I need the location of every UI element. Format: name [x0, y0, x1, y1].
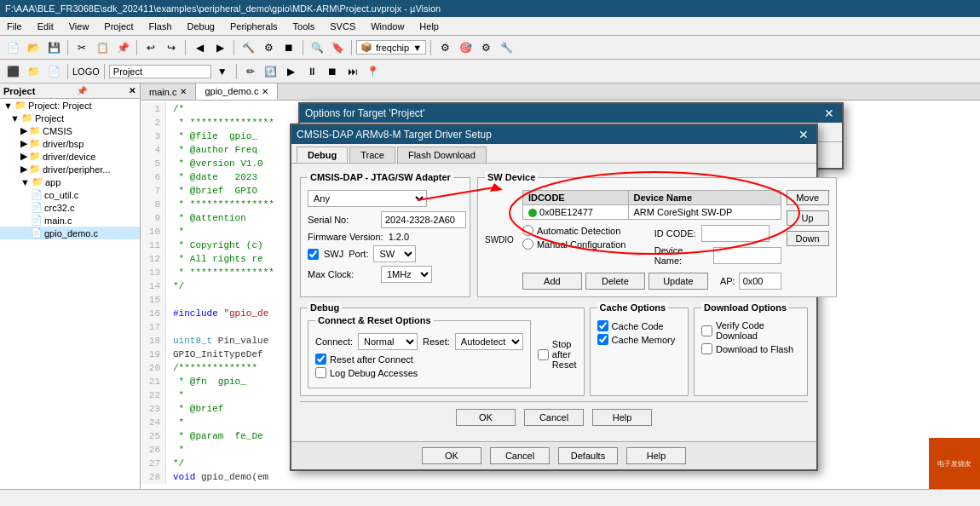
- reset-after-connect-cb[interactable]: [315, 354, 326, 365]
- t2-btn2[interactable]: 📁: [24, 62, 43, 81]
- t2-btn10[interactable]: 📍: [364, 62, 383, 81]
- redo-btn[interactable]: ↪: [162, 38, 181, 57]
- stop-btn[interactable]: ⏹: [280, 38, 298, 57]
- delete-btn[interactable]: Delete: [585, 273, 645, 290]
- cmsis-tab-flash[interactable]: Flash Download: [397, 147, 487, 163]
- t2-btn6[interactable]: ▶: [282, 62, 301, 81]
- tree-project-root[interactable]: ▼ 📁 Project: Project: [0, 99, 140, 112]
- footer2-cancel-btn[interactable]: Cancel: [490, 447, 550, 464]
- undo-btn[interactable]: ↩: [141, 38, 160, 57]
- bookmark-btn[interactable]: 🔖: [328, 38, 347, 57]
- fwd-btn[interactable]: ▶: [210, 38, 229, 57]
- footer2-help-btn[interactable]: Help: [626, 447, 686, 464]
- tree-driver-periph[interactable]: ▶ 📁 driver/peripher...: [0, 163, 140, 175]
- cmsis-cancel-btn[interactable]: Cancel: [524, 409, 584, 426]
- options-close-btn[interactable]: ✕: [821, 106, 837, 120]
- target-btn[interactable]: 🎯: [456, 38, 475, 57]
- swj-checkbox[interactable]: [308, 249, 319, 260]
- tree-app[interactable]: ▼ 📁 app: [0, 175, 140, 188]
- connect-select[interactable]: Normal: [358, 333, 418, 350]
- cut-btn[interactable]: ✂: [72, 38, 91, 57]
- sw-device-row[interactable]: 0x0BE12477 ARM CoreSight SW-DP: [522, 205, 781, 220]
- ap-input[interactable]: [739, 273, 781, 290]
- tab-gpio-demo-c[interactable]: gpio_demo.c ✕: [196, 83, 278, 100]
- menu-tools[interactable]: Tools: [290, 20, 319, 32]
- t2-btn1[interactable]: ⬛: [3, 62, 22, 81]
- serial-input[interactable]: [381, 211, 466, 228]
- manual-config-radio[interactable]: [522, 239, 533, 250]
- tree-main[interactable]: 📄 main.c: [0, 214, 140, 227]
- cmsis-tab-trace[interactable]: Trace: [349, 147, 395, 163]
- copy-btn[interactable]: 📋: [93, 38, 112, 57]
- clock-select[interactable]: 1MHz 5MHz: [381, 266, 432, 283]
- adapter-select[interactable]: Any: [308, 190, 427, 207]
- tab-main-close[interactable]: ✕: [180, 87, 187, 96]
- panel-pin-btn[interactable]: 📌: [76, 85, 88, 96]
- open-btn[interactable]: 📂: [24, 38, 43, 57]
- freqchip-selector[interactable]: 📦 freqchip ▼: [356, 40, 426, 55]
- tab-main-c[interactable]: main.c ✕: [141, 83, 196, 100]
- t2-btn5[interactable]: 🔃: [262, 62, 280, 81]
- up-btn[interactable]: Up: [787, 210, 829, 226]
- menu-window[interactable]: Window: [367, 20, 407, 32]
- tab-gpio-close[interactable]: ✕: [262, 87, 268, 96]
- tree-driver-device[interactable]: ▶ 📁 driver/device: [0, 150, 140, 163]
- device-name-input[interactable]: [713, 247, 781, 264]
- log-debug-cb[interactable]: [315, 367, 326, 378]
- paste-btn[interactable]: 📌: [113, 38, 132, 57]
- cmsis-tab-debug[interactable]: Debug: [297, 147, 348, 163]
- code-lines[interactable]: /* * *************** * @file gpio_ * @au…: [166, 102, 274, 484]
- new-btn[interactable]: 📄: [3, 38, 22, 57]
- options-btn[interactable]: ⚙: [435, 38, 454, 57]
- t2-btn4[interactable]: ✏: [241, 62, 260, 81]
- menu-project[interactable]: Project: [101, 20, 136, 32]
- project-input[interactable]: [109, 65, 211, 78]
- menu-file[interactable]: File: [3, 20, 26, 32]
- rebuild-btn[interactable]: ⚙: [259, 38, 278, 57]
- menu-flash[interactable]: Flash: [146, 20, 176, 32]
- cache-memory-cb[interactable]: [597, 334, 608, 345]
- tree-driver-bsp[interactable]: ▶ 📁 driver/bsp: [0, 137, 140, 150]
- menu-peripherals[interactable]: Peripherals: [227, 20, 281, 32]
- tree-gpio-demo[interactable]: 📄 gpio_demo.c: [0, 227, 140, 239]
- t2-btn8[interactable]: ⏹: [323, 62, 342, 81]
- back-btn[interactable]: ◀: [190, 38, 209, 57]
- tree-crc32[interactable]: 📄 crc32.c: [0, 201, 140, 214]
- update-btn[interactable]: Update: [649, 273, 708, 290]
- t2-btn9[interactable]: ⏭: [343, 62, 362, 81]
- down-btn[interactable]: Down: [787, 231, 829, 246]
- auto-detect-radio[interactable]: [522, 225, 533, 236]
- save-btn[interactable]: 💾: [44, 38, 63, 57]
- menu-view[interactable]: View: [66, 20, 93, 32]
- cmsis-ok-btn[interactable]: OK: [456, 409, 516, 426]
- stop-after-reset-cb[interactable]: [538, 349, 549, 360]
- settings-btn[interactable]: ⚙: [476, 38, 495, 57]
- menu-help[interactable]: Help: [416, 20, 442, 32]
- cmsis-close-btn[interactable]: ✕: [796, 128, 811, 141]
- t2-btn7[interactable]: ⏸: [303, 62, 321, 81]
- verify-code-cb[interactable]: [701, 325, 712, 336]
- t2-btn3[interactable]: 📄: [44, 62, 63, 81]
- search-btn[interactable]: 🔍: [308, 38, 326, 57]
- proj-dropdown[interactable]: ▼: [213, 62, 232, 81]
- id-code-input[interactable]: [701, 225, 770, 242]
- port-select[interactable]: SW JTAG: [373, 245, 416, 262]
- footer2-ok-btn[interactable]: OK: [422, 447, 481, 464]
- cmsis-help-btn[interactable]: Help: [592, 409, 652, 426]
- menu-debug[interactable]: Debug: [184, 20, 218, 32]
- menu-edit[interactable]: Edit: [34, 20, 57, 32]
- cache-code-cb[interactable]: [597, 320, 608, 331]
- move-btn[interactable]: Move: [787, 190, 829, 205]
- side-buttons-col: Move Up Down: [787, 190, 829, 290]
- menu-svcs[interactable]: SVCS: [326, 20, 359, 32]
- footer2-defaults-btn[interactable]: Defaults: [558, 447, 618, 464]
- panel-close-btn[interactable]: ✕: [128, 85, 136, 96]
- tree-project[interactable]: ▼ 📁 Project: [0, 112, 140, 124]
- extra-btn[interactable]: 🔧: [497, 38, 516, 57]
- add-btn[interactable]: Add: [522, 273, 582, 290]
- tree-cmsis[interactable]: ▶ 📁 CMSIS: [0, 124, 140, 137]
- reset-select[interactable]: Autodetect: [455, 333, 523, 350]
- tree-co-util[interactable]: 📄 co_util.c: [0, 188, 140, 201]
- build-btn[interactable]: 🔨: [239, 38, 257, 57]
- download-to-flash-cb[interactable]: [701, 343, 712, 354]
